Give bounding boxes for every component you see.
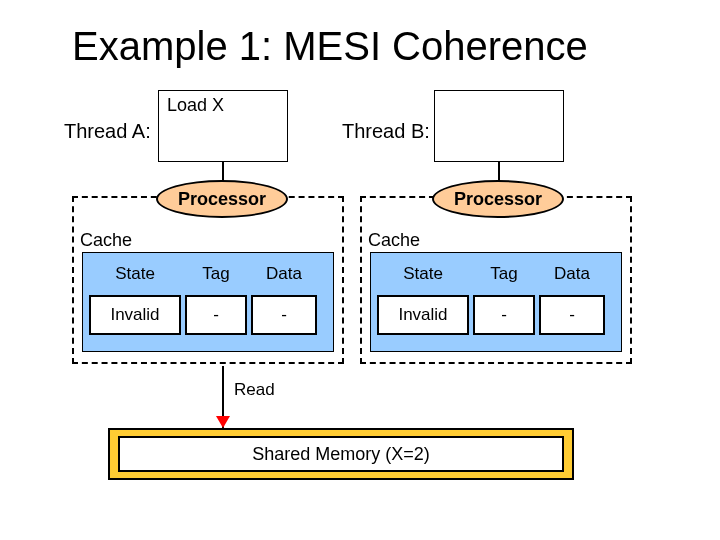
thread-a-label: Thread A: [64, 120, 151, 143]
thread-b-instruction-box [434, 90, 564, 162]
processor-b: Processor [432, 180, 564, 218]
cache-b-table: State Tag Data Invalid - - [370, 252, 622, 352]
cache-b-data: - [539, 295, 605, 335]
cache-b-col-data: Data [539, 259, 605, 289]
table-row: Invalid - - [89, 295, 327, 335]
processor-a-label: Processor [178, 189, 266, 210]
shared-memory-text: Shared Memory (X=2) [118, 436, 564, 472]
cache-a-col-tag: Tag [185, 259, 247, 289]
cache-b-tag: - [473, 295, 535, 335]
shared-memory-box: Shared Memory (X=2) [108, 428, 574, 480]
cache-a-data: - [251, 295, 317, 335]
cache-b-state: Invalid [377, 295, 469, 335]
thread-a-instruction: Load X [167, 95, 224, 115]
cache-b-header: State Tag Data [377, 259, 615, 289]
cache-b-col-state: State [377, 259, 469, 289]
arrow-icon [216, 416, 230, 428]
cache-a-col-data: Data [251, 259, 317, 289]
cache-b-col-tag: Tag [473, 259, 535, 289]
page-title: Example 1: MESI Coherence [72, 24, 588, 69]
thread-b-label: Thread B: [342, 120, 430, 143]
processor-b-label: Processor [454, 189, 542, 210]
cache-a-state: Invalid [89, 295, 181, 335]
read-label: Read [234, 380, 275, 400]
cache-a-col-state: State [89, 259, 181, 289]
thread-a-instruction-box: Load X [158, 90, 288, 162]
cache-a-table: State Tag Data Invalid - - [82, 252, 334, 352]
table-row: Invalid - - [377, 295, 615, 335]
cache-a-header: State Tag Data [89, 259, 327, 289]
cache-a-label: Cache [80, 230, 132, 251]
cache-b-label: Cache [368, 230, 420, 251]
cache-a-container: Cache State Tag Data Invalid - - [72, 196, 344, 364]
cache-a-tag: - [185, 295, 247, 335]
cache-b-container: Cache State Tag Data Invalid - - [360, 196, 632, 364]
processor-a: Processor [156, 180, 288, 218]
